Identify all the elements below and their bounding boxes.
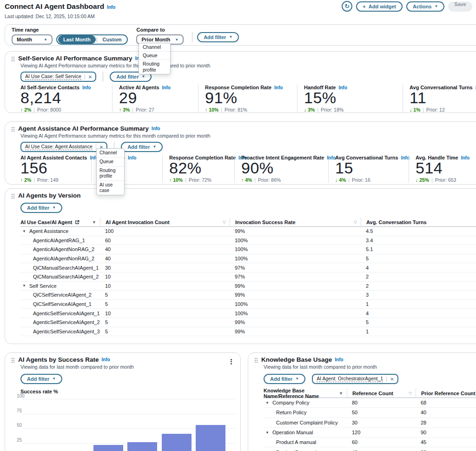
drag-handle-icon[interactable] — [11, 126, 15, 132]
column-filter-icon[interactable]: ▽ — [223, 220, 226, 225]
panel-title: AI Agents by Version — [18, 192, 81, 199]
caret-down-icon: ▼ — [141, 75, 145, 79]
caret-down-icon: ▼ — [52, 206, 56, 210]
add-filter-button[interactable]: Add filter ▼ — [264, 374, 305, 384]
agent-assistance-summary-panel: Agent Assistance AI Performance Summary … — [5, 121, 476, 185]
table-row: ▼Operation Manual 12090 — [264, 428, 476, 438]
panel-subtitle: Viewing AI Agent Performance summary met… — [20, 133, 476, 139]
last-updated-text: Last updated: Dec 12, 2025, 10:15:00 AM — [5, 13, 115, 19]
menu-item-queue[interactable]: Queue — [139, 52, 170, 60]
bar — [196, 425, 225, 451]
global-add-filter-button[interactable]: Add filter ▼ — [197, 32, 239, 42]
menu-item-routing-profile[interactable]: Routing profile — [97, 166, 124, 181]
close-icon[interactable]: ✕ — [85, 74, 92, 80]
kebab-menu-icon[interactable]: ⋮ — [228, 358, 235, 366]
panel-subtitle: Viewing AI Agent Performance summary met… — [20, 63, 476, 69]
column-header-kb-name[interactable]: Knowledge Base Name/Reference Name ▼ — [264, 389, 347, 398]
row-expand-caret[interactable]: ▼ — [22, 284, 26, 288]
menu-item-routing-profile[interactable]: Routing profile — [139, 60, 170, 74]
divider — [103, 72, 103, 82]
panel-title: Knowledge Base Usage — [261, 357, 332, 363]
drag-handle-icon[interactable] — [11, 357, 15, 363]
menu-item-queue[interactable]: Queue — [97, 158, 124, 166]
bar — [127, 442, 157, 451]
info-link[interactable]: Info — [162, 85, 171, 90]
row-expand-caret[interactable]: ▼ — [265, 401, 269, 405]
table-row: ▼Company Policy 8068 — [264, 398, 476, 408]
metric-response-completion-rate: Response Completion RateInfo 91% ↑ 10%|P… — [198, 85, 297, 113]
metric-value: 15% — [304, 91, 398, 104]
segment-custom[interactable]: Custom — [98, 37, 126, 42]
table-row: ▼Agent Assistance 10099%4.5 — [20, 227, 476, 236]
time-range-label: Time range — [12, 27, 128, 33]
y-tick-label: 50 — [17, 423, 22, 428]
add-filter-button[interactable]: Add filter ▼ — [121, 142, 163, 152]
trend-arrow-icon: ↓ — [410, 107, 412, 113]
page-title: Connect AI Agent Dashboard — [5, 2, 104, 11]
chart-y-axis-label: Success rate % — [20, 389, 240, 394]
column-header-success-rate[interactable]: Invocation Success Rate ▽ — [230, 218, 361, 227]
time-range-select[interactable]: Month ▼ — [12, 34, 53, 45]
column-header-conversation-turns[interactable]: Avg. Conversation Turns — [361, 218, 476, 227]
refresh-button[interactable]: ↻ — [342, 1, 352, 12]
row-expand-caret[interactable]: ▼ — [265, 431, 269, 435]
metric-proactive-intent-engagement-rate: Proactive Intent Engagement RateInfo 90%… — [234, 155, 328, 183]
add-filter-button[interactable]: Add filter ▼ — [20, 203, 62, 213]
metric-value: 29 — [119, 91, 193, 104]
drag-handle-icon[interactable] — [11, 56, 15, 61]
info-link[interactable]: Info — [152, 126, 160, 132]
global-filter-bar: Time range Month ▼ Last Month | Custom C… — [5, 24, 476, 46]
info-link[interactable]: Info — [128, 155, 136, 160]
actions-button[interactable]: Actions ▼ — [406, 1, 444, 12]
info-link[interactable]: Info — [82, 85, 91, 90]
column-header-ai-use-case[interactable]: AI Use Case/AI Agent ▼ — [20, 218, 100, 227]
panel-title: Agent Assistance AI Performance Summary — [18, 126, 149, 132]
close-icon[interactable]: ✕ — [386, 377, 394, 382]
column-filter-icon[interactable]: ▽ — [409, 391, 412, 396]
info-link[interactable]: Info — [274, 85, 283, 90]
page-title-info-link[interactable]: Info — [107, 5, 115, 10]
column-filter-icon[interactable]: ▼ — [339, 391, 343, 396]
refresh-icon: ↻ — [344, 3, 350, 10]
column-header-prior-reference-count[interactable]: Prior Reference Count — [416, 389, 476, 398]
add-widget-button[interactable]: + Add widget — [356, 1, 403, 12]
table-row: QiCSelfServiceAIAgent_2 599%3 — [20, 291, 476, 300]
filter-chip-label: AI Use Case: Agent Assistance — [25, 144, 93, 150]
menu-item-channel[interactable]: Channel — [97, 149, 124, 158]
panel-subtitle: Viewing data for last month compared to … — [264, 364, 476, 370]
caret-down-icon: ▼ — [152, 145, 156, 149]
success-rate-bar-chart: 100755025 — [17, 396, 236, 451]
column-header-invocation-count[interactable]: AI Agent Invocation Count ▽ — [100, 218, 230, 227]
table-row: ▼Self Service 1099%2 — [20, 282, 476, 291]
segment-last-month[interactable]: Last Month — [58, 35, 96, 44]
table-row: QiCManualSearchAIAgent_1 3097%4 — [20, 263, 476, 272]
table-row: AgenticAIAgentRAG_1 60100%3.4 — [20, 236, 476, 245]
drag-handle-icon[interactable] — [11, 193, 15, 199]
caret-down-icon: ▼ — [52, 377, 56, 381]
column-header-reference-count[interactable]: Reference Count ▽ — [347, 389, 416, 398]
drag-handle-icon[interactable] — [254, 357, 258, 363]
knowledge-base-usage-panel: Knowledge Base Usage Info Viewing data f… — [248, 352, 476, 451]
table-row: Product A manual 6045 — [264, 438, 476, 447]
menu-item-channel[interactable]: Channel — [139, 43, 170, 52]
row-expand-caret[interactable]: ▼ — [22, 229, 26, 233]
ai-agents-by-version-panel: AI Agents by Version Add filter ▼ AI Use… — [5, 188, 476, 344]
header-actions: ↻ + Add widget Actions ▼ Save — [342, 1, 472, 12]
table-row: AgenticSelfServiceAIAgent_3 599%1 — [20, 327, 476, 337]
save-button[interactable]: Save — [448, 1, 472, 12]
filter-chip: AI Agent: OrchestratorAgent_1 ✕ — [312, 374, 398, 384]
table-row: AgenticSelfServiceAIAgent_2 599%5 — [20, 318, 476, 327]
filter-chip: AI Use Case: Agent Assistance ✕ — [20, 142, 107, 152]
add-filter-button[interactable]: Add filter ▼ — [20, 374, 62, 384]
column-filter-icon[interactable]: ▽ — [354, 220, 357, 225]
info-link[interactable]: Info — [102, 357, 110, 363]
column-filter-icon[interactable]: ▼ — [92, 220, 96, 225]
metric-value: 90% — [241, 161, 324, 174]
menu-item-ai-use-case[interactable]: AI use case — [97, 181, 124, 195]
info-link[interactable]: Info — [335, 357, 343, 363]
compare-to-label: Compare to — [136, 27, 184, 33]
info-link[interactable]: Info — [338, 85, 347, 90]
compare-to-group: Compare to Prior Month ▼ — [136, 27, 184, 43]
info-link[interactable]: Info — [461, 155, 469, 160]
metric-ai-self-service-contacts: AI Self-Service ContactsInfo 8,214 ↑ 2%|… — [20, 85, 112, 113]
